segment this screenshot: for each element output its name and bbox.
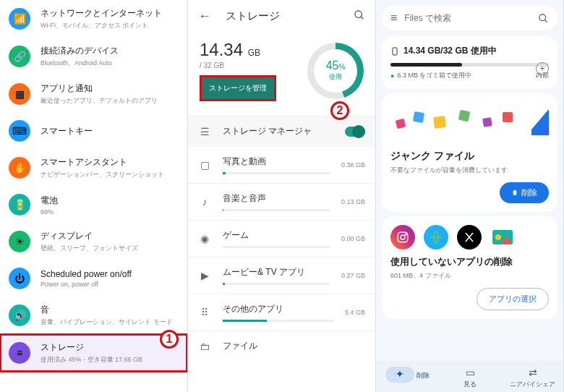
used-storage: 14.34 GB [200, 40, 300, 60]
svg-point-14 [405, 234, 406, 235]
instagram-icon [390, 225, 415, 250]
x-icon [457, 225, 482, 250]
storage-category-row[interactable]: ▢ 写真と動画 0.36 GB [188, 146, 375, 183]
nav-delete[interactable]: ✦ 削除 [376, 367, 439, 389]
unused-apps-card: 使用していないアプリの削除 601 MB、4 ファイル アプリの選択 [382, 216, 557, 319]
nav-share[interactable]: ⇄ニアバイシェア [501, 367, 564, 389]
svg-rect-7 [433, 116, 446, 129]
category-value: 0.00 GB [341, 235, 365, 242]
category-title: ファイル [223, 340, 354, 352]
annotation-badge-2: 2 [330, 101, 349, 120]
settings-icon: ⌨ [9, 120, 30, 142]
settings-icon: 🔊 [9, 304, 30, 326]
svg-rect-4 [393, 48, 397, 55]
settings-item-title: 接続済みのデバイス [40, 45, 119, 57]
storage-manager-row[interactable]: ☰ ストレージ マネージャ [188, 116, 375, 146]
storage-category-row[interactable]: ⠿ その他のアプリ 5.4 GB [188, 294, 375, 331]
svg-rect-5 [396, 119, 406, 129]
tune-icon: ☰ [198, 126, 211, 137]
search-icon[interactable] [354, 9, 365, 23]
svg-line-3 [544, 20, 547, 22]
files-search-bar[interactable]: ≡ Files で検索 [382, 6, 557, 30]
settings-icon: 🔗 [9, 46, 30, 67]
bottom-nav: ✦ 削除 ▭見る ⇄ニアバイシェア [376, 361, 564, 392]
nav-view[interactable]: ▭見る [439, 367, 502, 389]
storage-manager-toggle[interactable] [345, 127, 365, 137]
category-icon: ◉ [198, 233, 211, 244]
unused-title: 使用していないアプリの削除 [390, 255, 549, 268]
settings-item-sub: 使用済み 45% - 空き容量 17.66 GB [40, 355, 142, 365]
search-icon[interactable] [538, 13, 549, 24]
settings-item-7[interactable]: ⏻ Scheduled power on/offPower on, power … [0, 260, 187, 297]
storage-category-row[interactable]: ▶ ムービー& TV アプリ 0.27 GB [188, 257, 375, 294]
settings-item-sub: 68% [40, 208, 58, 216]
menu-icon[interactable]: ≡ [390, 12, 397, 25]
expand-icon[interactable]: + [536, 62, 549, 75]
settings-item-sub: 最近使ったアプリ、デフォルトのアプリ [40, 96, 158, 106]
settings-item-1[interactable]: 🔗 接続済みのデバイスBluetooth、Android Auto [0, 38, 187, 75]
settings-item-6[interactable]: ☀ ディスプレイ壁紙、スリープ、フォントサイズ [0, 223, 187, 260]
unused-sub: 601 MB、4 ファイル [390, 271, 549, 281]
settings-item-sub: Wi-Fi、モバイル、アクセス ポイント [40, 21, 162, 30]
category-icon: ▢ [198, 159, 211, 171]
settings-icon: ≡ [9, 342, 30, 364]
settings-item-title: 音 [40, 304, 173, 316]
svg-rect-8 [458, 110, 471, 122]
usage-bar [390, 63, 549, 67]
category-icon: ♪ [198, 196, 211, 208]
settings-item-4[interactable]: ✋ スマートアシスタントナビゲーションバー、スクリーンショット [0, 149, 187, 187]
storage-panel: ← ストレージ 14.34 GB / 32 GB ストレージを管理 45% 使用… [188, 0, 376, 392]
settings-item-8[interactable]: 🔊 音音量、バイブレーション、サイレント モード [0, 297, 187, 334]
storage-category-row[interactable]: ♪ 音楽と音声 0.13 GB [188, 183, 375, 220]
settings-item-3[interactable]: ⌨ スマートキー [0, 113, 187, 149]
settings-item-title: ディスプレイ [40, 230, 138, 242]
globe-icon [424, 225, 448, 250]
junk-illustration [390, 106, 549, 135]
category-value: 0.36 GB [341, 161, 365, 169]
settings-icon: 📶 [9, 8, 30, 30]
svg-point-2 [539, 14, 546, 20]
settings-item-title: ストレージ [40, 341, 142, 354]
svg-point-0 [355, 11, 362, 17]
usage-card: 14.34 GB/32 GB 使用中 ● 6.3 MB をゴミ箱で使用中 内部 … [382, 36, 557, 89]
settings-item-sub: ナビゲーションバー、スクリーンショット [40, 170, 164, 179]
category-icon: ⠿ [198, 307, 211, 318]
settings-item-title: Scheduled power on/off [40, 269, 132, 279]
storage-category-row[interactable]: 🗀 ファイル [188, 331, 375, 361]
category-value: 5.4 GB [345, 309, 365, 316]
settings-item-title: 電池 [40, 195, 58, 207]
settings-item-sub: Power on, power off [40, 281, 132, 288]
svg-rect-9 [482, 117, 492, 127]
settings-item-title: アプリと通知 [40, 82, 158, 95]
settings-icon: 🔋 [9, 194, 30, 216]
settings-icon: ✋ [9, 157, 30, 179]
settings-item-5[interactable]: 🔋 電池68% [0, 187, 187, 223]
svg-line-1 [361, 17, 363, 19]
select-apps-button[interactable]: アプリの選択 [477, 288, 549, 310]
settings-icon: ▦ [9, 83, 30, 105]
category-icon: 🗀 [198, 341, 211, 352]
settings-item-sub: 壁紙、スリープ、フォントサイズ [40, 244, 138, 253]
back-icon[interactable]: ← [198, 9, 211, 24]
storage-category-row[interactable]: ◉ ゲーム 0.00 GB [188, 220, 375, 257]
category-title: その他のアプリ [223, 303, 333, 315]
category-icon: ▶ [198, 270, 211, 281]
category-value: 0.27 GB [341, 272, 365, 279]
app-icons-row [390, 225, 549, 250]
svg-point-13 [401, 235, 405, 239]
delete-junk-button[interactable]: 削除 [500, 182, 549, 203]
settings-item-title: スマートキー [40, 125, 93, 137]
category-title: 音楽と音声 [223, 192, 330, 205]
settings-icon: ⏻ [9, 268, 30, 289]
svg-rect-10 [503, 112, 513, 122]
manage-storage-button[interactable]: ストレージを管理 [200, 75, 276, 101]
settings-item-2[interactable]: ▦ アプリと通知最近使ったアプリ、デフォルトのアプリ [0, 75, 187, 113]
trash-usage: 6.3 MB をゴミ箱で使用中 [397, 71, 471, 80]
settings-icon: ☀ [9, 231, 30, 252]
storage-ring-chart: 45% 使用 [307, 43, 364, 99]
junk-sub: 不要なファイルが容量を消費しています [390, 166, 549, 175]
settings-item-0[interactable]: 📶 ネットワークとインターネットWi-Fi、モバイル、アクセス ポイント [0, 0, 187, 38]
junk-title: ジャンク ファイル [390, 150, 549, 163]
files-panel: ≡ Files で検索 14.34 GB/32 GB 使用中 ● 6.3 MB … [376, 0, 564, 392]
annotation-badge-1: 1 [160, 330, 179, 349]
